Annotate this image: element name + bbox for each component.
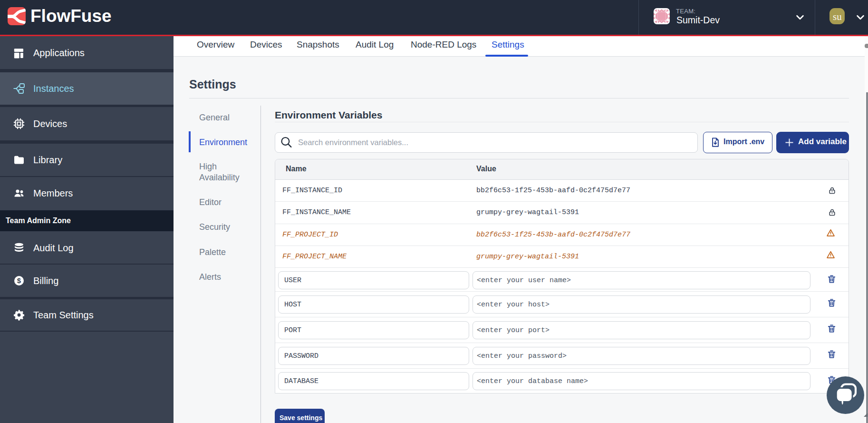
svg-text:$: $ [17,276,21,285]
